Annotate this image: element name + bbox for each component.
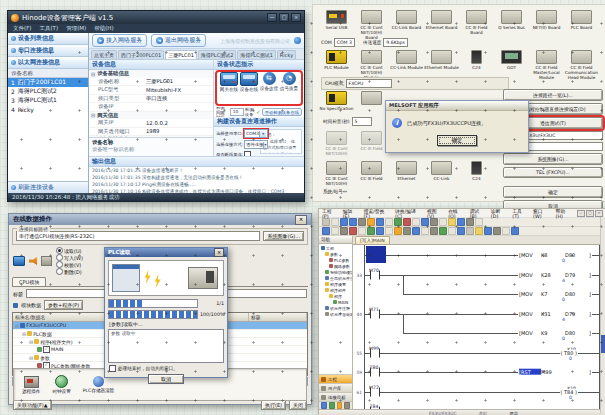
interface-item[interactable]: CC IE Cont NET/10(H) Board [354, 10, 389, 40]
toolbar-icon[interactable] [322, 227, 330, 235]
sidebar-section[interactable]: 以太网连接信息 [8, 57, 88, 69]
toolbar-icon[interactable] [421, 227, 429, 235]
refresh-devices-button[interactable]: 刷新连接设备 [8, 181, 88, 193]
other-station-item[interactable] [354, 91, 389, 111]
toolbar-icon[interactable] [322, 218, 330, 226]
online-data-titlebar[interactable]: 在线数据操作 × [9, 214, 311, 225]
progress-titlebar[interactable]: PLC读取 × [105, 248, 227, 257]
device-tab[interactable]: 海得PLC测试1 [237, 50, 275, 59]
toolbar-icon[interactable] [475, 227, 483, 235]
related-functions-button[interactable]: 关联功能(F)▲ [13, 400, 52, 410]
toolbar-icon[interactable] [502, 227, 510, 235]
property-group[interactable]: ⊟网关信息 [89, 112, 213, 120]
toolbar-icon[interactable] [394, 227, 402, 235]
device-tab[interactable]: 总览主页 [91, 50, 117, 59]
maximize-icon[interactable]: □ [279, 13, 289, 22]
menu-item[interactable]: 工具(T) [39, 25, 58, 32]
interface-item[interactable]: CC IE Field Master/Local Module [529, 50, 564, 80]
toolbar-icon[interactable] [439, 227, 447, 235]
interface-item[interactable]: CC IE Field Board [459, 10, 494, 40]
com-port-value[interactable]: COM 3 [334, 38, 355, 47]
function-远程操作[interactable]: 远程操作 [22, 376, 40, 394]
auto-check-checkbox[interactable]: ✓ [256, 109, 261, 115]
menu-item[interactable]: 帮助(H) [556, 208, 572, 219]
menu-item[interactable]: 文件(F) [13, 25, 31, 32]
close-icon[interactable]: × [291, 13, 301, 22]
toolbar-icon[interactable] [340, 218, 348, 226]
toolbar-icon[interactable] [349, 227, 357, 235]
progress-item-list[interactable]: 参数 读取中 [108, 329, 224, 363]
interface-item[interactable]: CC IE Field [354, 131, 389, 156]
radio-删除(D)[interactable]: 删除(D) [56, 268, 83, 275]
toolbar-icon[interactable] [430, 218, 438, 226]
exit-network-button[interactable]: ◂ 退出网络服务 [151, 34, 206, 47]
sidebar-section[interactable]: 串口连接信息 [8, 45, 88, 57]
radio-读取(U)[interactable]: 读取(U) [56, 247, 83, 254]
interface-item[interactable]: PLC Board [564, 10, 599, 40]
toolbar-icon[interactable] [484, 227, 492, 235]
menu-item[interactable]: 搜索/替换(F) [364, 208, 390, 219]
menu-item[interactable]: 帮助(H) [94, 25, 113, 32]
join-network-button[interactable]: ▸ 接入网络服务 [92, 34, 147, 47]
hinode-titlebar[interactable]: Hinode设备管理客户端 v1.5 —□× [8, 11, 304, 24]
device-tab[interactable]: Ricky [277, 50, 296, 59]
toolbar-icon[interactable] [466, 218, 474, 226]
interface-item[interactable]: CC-Link Module [389, 50, 424, 80]
toolbar-icon[interactable] [331, 227, 339, 235]
system-image-button[interactable]: 系统图像(G)... [503, 153, 603, 165]
toolbar-icon[interactable] [376, 227, 384, 235]
vertical-scrollbar[interactable] [600, 217, 605, 413]
radio-写入(W)[interactable]: 写入(W) [56, 254, 83, 261]
device-list-item[interactable]: 3海得PLC测试1 [8, 96, 88, 105]
navigation-icon[interactable] [337, 402, 343, 410]
toolbar-icon[interactable] [493, 227, 501, 235]
toolbar-icon[interactable] [376, 218, 384, 226]
output-log[interactable]: 2016/11/30 17:01:25 设备连接通道断开！2016/11/30 … [89, 167, 304, 193]
menu-item[interactable]: 视图(V) [427, 208, 443, 219]
menu-item[interactable]: 编辑(E) [343, 208, 359, 219]
toolbar-icon[interactable] [385, 218, 393, 226]
tab-main-program[interactable]: [写入]MAIN [355, 236, 390, 244]
manual-check-button[interactable]: 手动检测设备在线 [262, 108, 302, 116]
interface-item[interactable]: CC IE Cont NET/10(H) [319, 131, 354, 156]
toolbar-icon[interactable] [403, 227, 411, 235]
toolbar-icon[interactable] [430, 227, 438, 235]
message-box-titlebar[interactable]: MELSOFT 应用程序 [386, 101, 528, 111]
device-tab[interactable]: 三菱PLC01 [165, 50, 197, 59]
property-row[interactable]: 设备名称三菱PLC01 [89, 78, 213, 87]
navigation-icon[interactable] [344, 402, 350, 410]
interface-item[interactable]: CC-Link [424, 161, 459, 186]
toolbar-icon[interactable] [358, 227, 366, 235]
window-control-icon[interactable]: — [577, 210, 585, 217]
device-property-grid[interactable]: ⊟设备基础信息设备名称三菱PLC01PLC型号Mitsubishi-FX接口类型… [89, 70, 213, 137]
instruction[interactable]: [MOVK28D79] [518, 271, 592, 277]
toolbar-icon[interactable] [457, 218, 465, 226]
menu-item[interactable]: 调试(B) [470, 208, 486, 219]
property-row[interactable]: 接口类型串口连接 [89, 95, 213, 104]
navigation-icon[interactable] [321, 402, 327, 410]
toolbar-icon[interactable] [367, 227, 375, 235]
autoclose-checkbox[interactable] [109, 365, 116, 372]
toolbar-icon[interactable] [358, 218, 366, 226]
toolbar-icon[interactable] [385, 227, 393, 235]
toolbar-icon[interactable] [394, 218, 402, 226]
interface-item[interactable]: CC IE Field [354, 161, 389, 186]
interface-item[interactable]: PLC Module [319, 50, 354, 80]
coil-symbol[interactable]: ( T80 ) [560, 349, 579, 355]
device-list-item[interactable]: 1西门子200PLC01 [8, 78, 88, 87]
toolbar-icon[interactable] [331, 218, 339, 226]
interface-item[interactable]: CC IE Cont NET/10(H) Module [354, 50, 389, 80]
param-program-button[interactable]: 参数+程序(P) [44, 300, 83, 310]
ladder-editor[interactable]: [MOVK8D80]033M70[MOVK28D79]4[MOVK7D80]04… [353, 245, 605, 409]
serial-port-select[interactable]: COM3▾ [244, 129, 268, 138]
ok-button[interactable]: 确定 [503, 186, 603, 198]
toolbar-icon[interactable] [475, 218, 483, 226]
menu-item[interactable]: 转换/编译(C) [395, 208, 422, 219]
minimize-icon[interactable]: — [267, 13, 277, 22]
interface-item[interactable]: C24 [459, 161, 494, 186]
menu-item[interactable]: 在线(O) [448, 208, 465, 219]
instruction[interactable]: [RSTM99] [518, 369, 592, 375]
instruction[interactable]: [MOVK8D80] [518, 252, 592, 258]
device-tab[interactable]: 海得PLC测试2 [198, 50, 236, 59]
progress-cancel-button[interactable]: 取消 [148, 374, 184, 384]
